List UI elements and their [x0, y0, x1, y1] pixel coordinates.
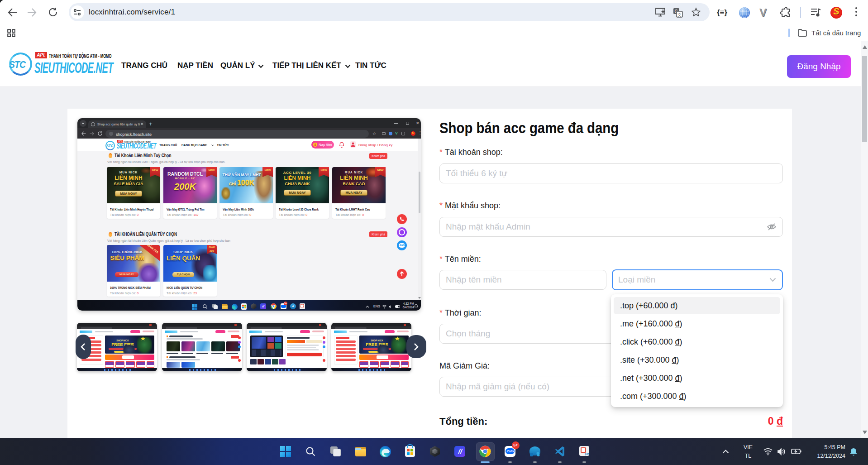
svg-text:文: 文 [677, 13, 682, 17]
